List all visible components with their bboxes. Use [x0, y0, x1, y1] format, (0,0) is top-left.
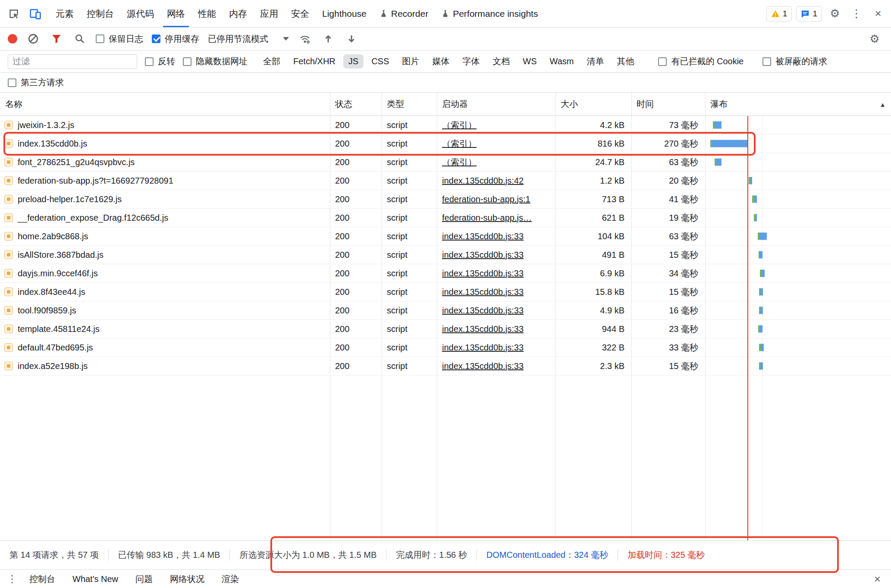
- hide-data-urls-checkbox[interactable]: 隐藏数据网址: [183, 56, 248, 67]
- waterfall-bar[interactable]: [758, 233, 767, 240]
- waterfall-bar[interactable]: [759, 251, 762, 259]
- blocked-requests-checkbox[interactable]: 被屏蔽的请求: [762, 56, 827, 67]
- initiator-link[interactable]: index.135cdd0b.js:33: [442, 269, 524, 278]
- blocked-cookies-checkbox-box[interactable]: [658, 57, 667, 66]
- column-header[interactable]: 大小: [555, 98, 631, 110]
- invert-filter-checkbox[interactable]: 反转: [145, 56, 175, 67]
- initiator-link[interactable]: （索引）: [442, 157, 477, 167]
- column-header[interactable]: 时间: [631, 98, 705, 110]
- filter-input[interactable]: [8, 54, 137, 69]
- waterfall-bar[interactable]: [759, 307, 763, 314]
- blocked-cookies-checkbox[interactable]: 有已拦截的 Cookie: [658, 56, 744, 67]
- resource-type-filter[interactable]: 图片: [397, 53, 424, 69]
- resource-type-filter[interactable]: 文档: [487, 53, 515, 69]
- drawer-more-options-icon[interactable]: ⋮: [7, 573, 17, 585]
- panel-tab[interactable]: 安全: [285, 0, 316, 27]
- waterfall-bar[interactable]: [752, 196, 757, 203]
- initiator-link[interactable]: （索引）: [442, 139, 477, 148]
- panel-tab[interactable]: Performance insights: [435, 0, 544, 27]
- panel-tab[interactable]: 元素: [49, 0, 80, 27]
- device-toolbar-button[interactable]: [26, 4, 45, 23]
- waterfall-bar[interactable]: [759, 363, 763, 370]
- resource-type-filter[interactable]: JS: [343, 54, 364, 69]
- preserve-log-checkbox-box[interactable]: [96, 34, 104, 43]
- drawer-tab[interactable]: 渲染: [213, 570, 248, 588]
- initiator-link[interactable]: federation-sub-app.js…: [442, 213, 532, 222]
- resource-type-filter[interactable]: WS: [518, 54, 542, 69]
- messages-badge[interactable]: 1: [796, 6, 822, 22]
- column-header[interactable]: 名称: [0, 98, 330, 110]
- drawer-tab[interactable]: 网络状况: [161, 570, 213, 588]
- record-network-log-button[interactable]: [8, 34, 17, 44]
- table-row[interactable]: dayjs.min.9ccef46f.js 200 script index.1…: [0, 264, 891, 283]
- initiator-link[interactable]: index.135cdd0b.js:33: [442, 361, 524, 371]
- panel-tab[interactable]: 内存: [223, 0, 254, 27]
- preserve-log-checkbox[interactable]: 保留日志: [96, 33, 143, 45]
- initiator-link[interactable]: federation-sub-app.js:1: [442, 194, 530, 204]
- resource-type-filter[interactable]: Fetch/XHR: [288, 54, 341, 69]
- table-row[interactable]: template.45811e24.js 200 script index.13…: [0, 320, 891, 338]
- blocked-requests-checkbox-box[interactable]: [762, 57, 771, 66]
- table-row[interactable]: index.135cdd0b.js 200 script （索引） 816 kB…: [0, 134, 891, 153]
- hide-data-urls-checkbox-box[interactable]: [183, 57, 191, 66]
- network-settings-gear-icon[interactable]: ⚙: [866, 30, 883, 47]
- table-row[interactable]: isAllStore.3687bdad.js 200 script index.…: [0, 246, 891, 264]
- waterfall-bar[interactable]: [754, 214, 757, 222]
- import-har-button[interactable]: [321, 31, 336, 46]
- column-header[interactable]: 瀑布: [705, 98, 891, 110]
- waterfall-bar[interactable]: [759, 288, 763, 296]
- panel-tab[interactable]: 源代码: [120, 0, 160, 27]
- waterfall-bar[interactable]: [749, 177, 752, 185]
- column-header[interactable]: 启动器: [437, 98, 555, 110]
- drawer-tab[interactable]: 问题: [127, 570, 161, 588]
- initiator-link[interactable]: index.135cdd0b.js:42: [442, 176, 524, 185]
- third-party-checkbox[interactable]: 第三方请求: [8, 77, 64, 88]
- network-conditions-button[interactable]: [298, 31, 312, 46]
- waterfall-bar[interactable]: [713, 122, 722, 129]
- waterfall-bar[interactable]: [759, 344, 764, 351]
- table-row[interactable]: home.2ab9c868.js 200 script index.135cdd…: [0, 227, 891, 246]
- table-row[interactable]: index.a52e198b.js 200 script index.135cd…: [0, 357, 891, 375]
- disable-cache-checkbox-box[interactable]: [152, 34, 160, 43]
- panel-tab[interactable]: 应用: [254, 0, 285, 27]
- close-devtools-icon[interactable]: ×: [869, 5, 887, 22]
- table-row[interactable]: font_2786251_g2u4qsvpbvc.js 200 script （…: [0, 153, 891, 172]
- initiator-link[interactable]: index.135cdd0b.js:33: [442, 250, 524, 260]
- panel-tab[interactable]: 控制台: [80, 0, 120, 27]
- resource-type-filter[interactable]: 全部: [258, 53, 285, 69]
- filter-toggle-button[interactable]: [49, 31, 64, 46]
- third-party-checkbox-box[interactable]: [8, 78, 16, 87]
- drawer-tab[interactable]: 控制台: [21, 570, 64, 588]
- initiator-link[interactable]: index.135cdd0b.js:33: [442, 231, 524, 241]
- throttling-select[interactable]: 已停用节流模式: [208, 33, 289, 45]
- panel-tab[interactable]: Recorder: [373, 0, 435, 27]
- panel-tab[interactable]: Lighthouse: [316, 0, 373, 27]
- table-row[interactable]: federation-sub-app.js?t=1669277928091 20…: [0, 172, 891, 190]
- initiator-link[interactable]: （索引）: [442, 120, 477, 130]
- drawer-close-icon[interactable]: ×: [871, 572, 884, 586]
- search-network-button[interactable]: [72, 31, 87, 46]
- more-options-icon[interactable]: ⋮: [848, 5, 865, 22]
- table-row[interactable]: jweixin-1.3.2.js 200 script （索引） 4.2 kB …: [0, 116, 891, 134]
- column-header[interactable]: 类型: [382, 98, 437, 110]
- resource-type-filter[interactable]: CSS: [366, 54, 394, 69]
- initiator-link[interactable]: index.135cdd0b.js:33: [442, 306, 524, 315]
- resource-type-filter[interactable]: 字体: [457, 53, 485, 69]
- initiator-link[interactable]: index.135cdd0b.js:33: [442, 324, 524, 334]
- column-header[interactable]: 状态: [330, 98, 382, 110]
- resource-type-filter[interactable]: 清单: [581, 53, 609, 69]
- table-row[interactable]: preload-helper.1c7e1629.js 200 script fe…: [0, 190, 891, 209]
- waterfall-bar[interactable]: [710, 140, 747, 147]
- initiator-link[interactable]: index.135cdd0b.js:33: [442, 287, 524, 297]
- waterfall-bar[interactable]: [758, 325, 762, 333]
- export-har-button[interactable]: [344, 31, 359, 46]
- initiator-link[interactable]: index.135cdd0b.js:33: [442, 343, 524, 352]
- settings-gear-icon[interactable]: ⚙: [826, 5, 844, 22]
- table-row[interactable]: index.8f43ee44.js 200 script index.135cd…: [0, 283, 891, 301]
- resource-type-filter[interactable]: 其他: [612, 53, 639, 69]
- drawer-tab[interactable]: What's New: [64, 570, 127, 588]
- resource-type-filter[interactable]: 媒体: [427, 53, 455, 69]
- table-row[interactable]: default.47bed695.js 200 script index.135…: [0, 338, 891, 357]
- table-row[interactable]: tool.f90f9859.js 200 script index.135cdd…: [0, 301, 891, 320]
- clear-network-log-button[interactable]: [26, 31, 41, 46]
